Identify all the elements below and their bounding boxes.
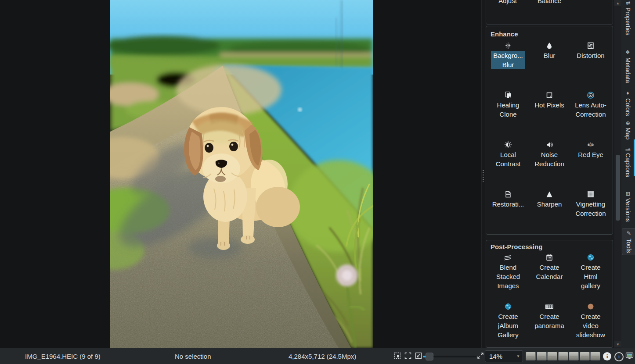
tool-blend-stacked-images[interactable]: Blend Stacked Images (489, 253, 527, 302)
tool-create-html-gallery[interactable]: Create Html gallery (571, 253, 610, 302)
section-post-processing: Post-Processing Blend Stacked Images (486, 240, 613, 348)
tab-label: Colors (624, 98, 631, 116)
tool-label: Create Html gallery (581, 263, 600, 290)
tool-lens-auto-correction[interactable]: Lens Auto- Correction (571, 91, 610, 140)
hot-pixels-icon (545, 91, 553, 100)
right-sidebar-tabs: ⇅ Properties ❖ Metadata ♦ Colors ⊕ Map ¶… (621, 0, 635, 348)
tool-adjust-label[interactable]: Adjust (488, 0, 527, 5)
section-post-processing-title: Post-Processing (491, 243, 613, 250)
tool-restoration[interactable]: Restorati... (489, 190, 527, 239)
create-panorama-icon (545, 302, 554, 311)
panel-scrollbar[interactable]: ▲ ▼ (614, 0, 621, 348)
tool-background-blur[interactable]: Backgro... Blur (489, 41, 527, 91)
preview-thumbnail-4[interactable] (558, 352, 568, 360)
zoom-slider-handle[interactable] (426, 353, 433, 360)
tool-label: Red Eye (578, 150, 603, 159)
tool-healing-clone[interactable]: Healing Clone (489, 91, 527, 140)
lens-autocorrection-icon (587, 91, 595, 100)
tools-panel: Adjust Balance Enhance (485, 0, 614, 348)
tab-metadata[interactable]: ❖ Metadata (621, 49, 634, 83)
tool-vignetting-correction[interactable]: Vignetting Correction (571, 190, 610, 239)
section-enhance-title: Enhance (491, 30, 613, 38)
tool-label: Hot Pixels (534, 100, 564, 110)
tool-label: Lens Auto- Correction (575, 100, 606, 119)
zoom-to-selection-button[interactable] (394, 352, 401, 359)
scroll-up-icon[interactable]: ▲ (614, 0, 621, 6)
tab-tools[interactable]: ✎ Tools (622, 228, 635, 255)
info-outline-button[interactable]: i (614, 352, 624, 361)
tool-label: Healing Clone (497, 100, 520, 119)
scroll-down-icon[interactable]: ▼ (614, 341, 621, 347)
photo-golden-retriever[interactable] (110, 0, 373, 348)
tool-create-video-slideshow[interactable]: Create video slideshow (571, 302, 610, 348)
fit-to-selection-button[interactable] (415, 352, 422, 359)
create-video-slideshow-icon (587, 302, 595, 311)
scrolled-tools-row: Adjust Balance (486, 0, 613, 5)
distortion-icon (587, 41, 595, 50)
tab-versions[interactable]: ⊞ Versions (621, 192, 634, 222)
vignetting-correction-icon (587, 190, 595, 199)
tool-red-eye[interactable]: Red Eye (571, 140, 610, 190)
tab-map[interactable]: ⊕ Map (621, 121, 634, 139)
tool-label: Blend Stacked Images (496, 263, 520, 290)
tool-label: Vignetting Correction (575, 200, 606, 218)
tool-local-contrast[interactable]: Local Contrast (489, 140, 527, 190)
tab-label: Map (624, 128, 631, 139)
fullscreen-button[interactable] (477, 352, 484, 359)
blur-icon (545, 41, 553, 50)
section-enhance: Enhance Backgro... Blur (486, 26, 613, 235)
preview-thumbnail-1[interactable] (526, 352, 536, 360)
create-jalbum-gallery-icon (504, 302, 512, 311)
preview-thumbnail-7[interactable] (590, 352, 600, 360)
tool-noise-reduction[interactable]: Noise Reduction (530, 140, 569, 190)
color-managed-view-button[interactable] (625, 352, 634, 360)
tool-label: Noise Reduction (534, 150, 564, 168)
tab-label: Properties (624, 7, 631, 36)
digikam-editor-window: Adjust Balance Enhance (0, 0, 635, 364)
tools-icon: ✎ (626, 230, 632, 236)
properties-icon: ⇅ (625, 1, 631, 5)
size-status: 4,284x5,712 (24.5Mpx) (289, 348, 356, 364)
tool-hot-pixels[interactable]: Hot Pixels (530, 91, 569, 140)
tool-label: Create jAlbum Gallery (498, 312, 519, 339)
create-html-gallery-icon (587, 253, 595, 262)
tool-create-calendar[interactable]: Create Calendar (530, 253, 569, 302)
tool-label: Restorati... (492, 200, 524, 209)
tool-label: Create panorama (534, 312, 564, 330)
background-blur-icon (504, 41, 512, 50)
tab-colors[interactable]: ♦ Colors (621, 90, 634, 116)
healing-clone-icon (504, 91, 512, 100)
preview-thumbnail-5[interactable] (569, 352, 579, 360)
tool-balance-label[interactable]: Balance (530, 0, 569, 5)
tool-blur[interactable]: Blur (530, 41, 569, 91)
tool-sharpen[interactable]: Sharpen (530, 190, 569, 239)
restoration-icon (504, 190, 512, 199)
tool-create-jalbum-gallery[interactable]: Create jAlbum Gallery (489, 302, 527, 348)
fit-to-window-button[interactable] (404, 352, 411, 359)
tab-captions[interactable]: ¶ Captions (621, 148, 634, 178)
preview-thumbnail-6[interactable] (580, 352, 590, 360)
create-calendar-icon (545, 253, 553, 262)
tool-label: Local Contrast (496, 150, 521, 168)
versions-icon: ⊞ (625, 192, 631, 196)
zoom-level-combobox[interactable]: 14% ▼ (485, 350, 523, 362)
tab-label: Versions (624, 198, 631, 222)
tool-label: Blur (544, 51, 556, 60)
tool-label: Create Calendar (536, 263, 563, 281)
info-filled-button[interactable]: i (603, 352, 611, 360)
tool-distortion[interactable]: Distortion (571, 41, 610, 91)
colors-icon: ♦ (625, 90, 631, 96)
scrollbar-thumb[interactable] (616, 155, 620, 221)
blend-stacked-images-icon (504, 253, 512, 262)
tool-label: Distortion (577, 51, 604, 60)
map-icon: ⊕ (625, 121, 631, 125)
local-contrast-icon (504, 140, 512, 149)
preview-thumbnail-3[interactable] (547, 352, 557, 360)
preview-thumbnail-2[interactable] (537, 352, 547, 360)
tool-create-panorama[interactable]: Create panorama (530, 302, 569, 348)
metadata-icon: ❖ (625, 49, 631, 55)
tab-properties[interactable]: ⇅ Properties (621, 1, 634, 36)
editor-canvas[interactable] (0, 0, 481, 348)
tab-label: Captions (624, 153, 631, 177)
captions-icon: ¶ (625, 148, 631, 151)
